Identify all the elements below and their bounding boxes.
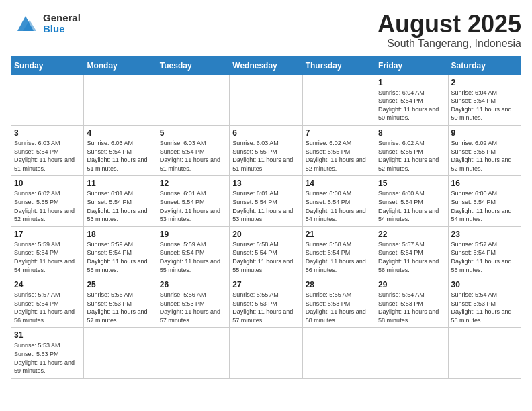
table-row: 19Sunrise: 5:59 AM Sunset: 5:54 PM Dayli…: [157, 226, 229, 277]
day-info: Sunrise: 5:56 AM Sunset: 5:53 PM Dayligh…: [87, 291, 153, 324]
day-number: 4: [87, 128, 153, 138]
day-number: 13: [232, 179, 299, 188]
table-row: 16Sunrise: 6:00 AM Sunset: 5:54 PM Dayli…: [448, 176, 521, 226]
table-row: [157, 75, 229, 125]
day-number: 19: [160, 230, 226, 239]
day-info: Sunrise: 5:55 AM Sunset: 5:53 PM Dayligh…: [232, 291, 299, 324]
table-row: 11Sunrise: 6:01 AM Sunset: 5:54 PM Dayli…: [84, 176, 157, 226]
day-number: 7: [306, 128, 372, 138]
table-row: 31Sunrise: 5:53 AM Sunset: 5:53 PM Dayli…: [11, 328, 84, 378]
table-row: 27Sunrise: 5:55 AM Sunset: 5:53 PM Dayli…: [230, 277, 302, 328]
day-number: 5: [160, 128, 226, 138]
table-row: 2Sunrise: 6:04 AM Sunset: 5:54 PM Daylig…: [448, 75, 521, 125]
month-title: August 2025: [378, 11, 521, 38]
day-number: 15: [378, 179, 445, 188]
day-number: 9: [451, 128, 518, 138]
day-info: Sunrise: 5:58 AM Sunset: 5:54 PM Dayligh…: [306, 240, 372, 274]
table-row: [230, 75, 302, 125]
table-row: 21Sunrise: 5:58 AM Sunset: 5:54 PM Dayli…: [302, 226, 375, 277]
header: General Blue August 2025 South Tangerang…: [11, 11, 521, 50]
table-row: [230, 328, 302, 378]
table-row: 4Sunrise: 6:03 AM Sunset: 5:54 PM Daylig…: [84, 125, 157, 175]
day-info: Sunrise: 6:00 AM Sunset: 5:54 PM Dayligh…: [306, 189, 372, 223]
calendar-header-row: Sunday Monday Tuesday Wednesday Thursday…: [11, 56, 521, 75]
day-info: Sunrise: 5:53 AM Sunset: 5:53 PM Dayligh…: [14, 341, 81, 375]
day-info: Sunrise: 6:02 AM Sunset: 5:55 PM Dayligh…: [14, 189, 81, 223]
table-row: 13Sunrise: 6:01 AM Sunset: 5:54 PM Dayli…: [230, 176, 302, 226]
day-info: Sunrise: 6:01 AM Sunset: 5:54 PM Dayligh…: [160, 189, 226, 223]
table-row: 28Sunrise: 5:55 AM Sunset: 5:53 PM Dayli…: [302, 277, 375, 328]
day-number: 14: [306, 179, 372, 188]
table-row: 6Sunrise: 6:03 AM Sunset: 5:55 PM Daylig…: [230, 125, 302, 175]
day-info: Sunrise: 6:01 AM Sunset: 5:54 PM Dayligh…: [87, 189, 153, 223]
day-number: 18: [87, 230, 153, 239]
day-info: Sunrise: 5:59 AM Sunset: 5:54 PM Dayligh…: [14, 240, 81, 274]
day-number: 10: [14, 179, 81, 188]
table-row: 26Sunrise: 5:56 AM Sunset: 5:53 PM Dayli…: [157, 277, 229, 328]
day-number: 25: [87, 280, 153, 289]
table-row: 5Sunrise: 6:03 AM Sunset: 5:54 PM Daylig…: [157, 125, 229, 175]
day-number: 1: [378, 78, 445, 87]
calendar-week-row: 3Sunrise: 6:03 AM Sunset: 5:54 PM Daylig…: [11, 125, 521, 175]
table-row: 29Sunrise: 5:54 AM Sunset: 5:53 PM Dayli…: [375, 277, 448, 328]
day-info: Sunrise: 6:03 AM Sunset: 5:54 PM Dayligh…: [14, 139, 81, 173]
col-tuesday: Tuesday: [157, 56, 229, 75]
table-row: 30Sunrise: 5:54 AM Sunset: 5:53 PM Dayli…: [448, 277, 521, 328]
day-number: 22: [378, 230, 445, 239]
day-number: 23: [451, 230, 518, 239]
day-info: Sunrise: 6:02 AM Sunset: 5:55 PM Dayligh…: [378, 139, 445, 173]
col-monday: Monday: [84, 56, 157, 75]
day-number: 6: [232, 128, 299, 138]
day-number: 20: [232, 230, 299, 239]
table-row: 22Sunrise: 5:57 AM Sunset: 5:54 PM Dayli…: [375, 226, 448, 277]
table-row: [375, 328, 448, 378]
day-number: 27: [232, 280, 299, 289]
calendar-week-row: 24Sunrise: 5:57 AM Sunset: 5:54 PM Dayli…: [11, 277, 521, 328]
table-row: 17Sunrise: 5:59 AM Sunset: 5:54 PM Dayli…: [11, 226, 84, 277]
table-row: 23Sunrise: 5:57 AM Sunset: 5:54 PM Dayli…: [448, 226, 521, 277]
col-sunday: Sunday: [11, 56, 84, 75]
title-area: August 2025 South Tangerang, Indonesia: [378, 11, 521, 50]
day-number: 16: [451, 179, 518, 188]
day-info: Sunrise: 6:04 AM Sunset: 5:54 PM Dayligh…: [378, 89, 445, 122]
table-row: 14Sunrise: 6:00 AM Sunset: 5:54 PM Dayli…: [302, 176, 375, 226]
day-info: Sunrise: 6:03 AM Sunset: 5:54 PM Dayligh…: [87, 139, 153, 173]
generalblue-logo-icon: [11, 11, 40, 36]
day-number: 12: [160, 179, 226, 188]
table-row: 20Sunrise: 5:58 AM Sunset: 5:54 PM Dayli…: [230, 226, 302, 277]
table-row: 9Sunrise: 6:02 AM Sunset: 5:55 PM Daylig…: [448, 125, 521, 175]
table-row: [302, 328, 375, 378]
day-info: Sunrise: 5:58 AM Sunset: 5:54 PM Dayligh…: [232, 240, 299, 274]
table-row: 7Sunrise: 6:02 AM Sunset: 5:55 PM Daylig…: [302, 125, 375, 175]
day-info: Sunrise: 5:59 AM Sunset: 5:54 PM Dayligh…: [87, 240, 153, 274]
calendar-week-row: 17Sunrise: 5:59 AM Sunset: 5:54 PM Dayli…: [11, 226, 521, 277]
day-info: Sunrise: 6:03 AM Sunset: 5:54 PM Dayligh…: [160, 139, 226, 173]
day-number: 31: [14, 330, 81, 340]
table-row: [157, 328, 229, 378]
calendar-table: Sunday Monday Tuesday Wednesday Thursday…: [11, 56, 521, 379]
day-info: Sunrise: 5:55 AM Sunset: 5:53 PM Dayligh…: [306, 291, 372, 324]
day-info: Sunrise: 5:57 AM Sunset: 5:54 PM Dayligh…: [14, 291, 81, 324]
logo-blue-text: Blue: [43, 24, 81, 35]
table-row: [84, 75, 157, 125]
table-row: 24Sunrise: 5:57 AM Sunset: 5:54 PM Dayli…: [11, 277, 84, 328]
table-row: 1Sunrise: 6:04 AM Sunset: 5:54 PM Daylig…: [375, 75, 448, 125]
table-row: 8Sunrise: 6:02 AM Sunset: 5:55 PM Daylig…: [375, 125, 448, 175]
day-number: 26: [160, 280, 226, 289]
table-row: 12Sunrise: 6:01 AM Sunset: 5:54 PM Dayli…: [157, 176, 229, 226]
table-row: [84, 328, 157, 378]
calendar-week-row: 31Sunrise: 5:53 AM Sunset: 5:53 PM Dayli…: [11, 328, 521, 378]
day-info: Sunrise: 5:57 AM Sunset: 5:54 PM Dayligh…: [378, 240, 445, 274]
day-info: Sunrise: 6:01 AM Sunset: 5:54 PM Dayligh…: [232, 189, 299, 223]
day-number: 30: [451, 280, 518, 289]
col-friday: Friday: [375, 56, 448, 75]
day-number: 24: [14, 280, 81, 289]
col-wednesday: Wednesday: [230, 56, 302, 75]
table-row: 18Sunrise: 5:59 AM Sunset: 5:54 PM Dayli…: [84, 226, 157, 277]
table-row: 10Sunrise: 6:02 AM Sunset: 5:55 PM Dayli…: [11, 176, 84, 226]
day-number: 11: [87, 179, 153, 188]
day-info: Sunrise: 5:54 AM Sunset: 5:53 PM Dayligh…: [378, 291, 445, 324]
day-info: Sunrise: 6:03 AM Sunset: 5:55 PM Dayligh…: [232, 139, 299, 173]
day-info: Sunrise: 5:57 AM Sunset: 5:54 PM Dayligh…: [451, 240, 518, 274]
day-number: 3: [14, 128, 81, 138]
